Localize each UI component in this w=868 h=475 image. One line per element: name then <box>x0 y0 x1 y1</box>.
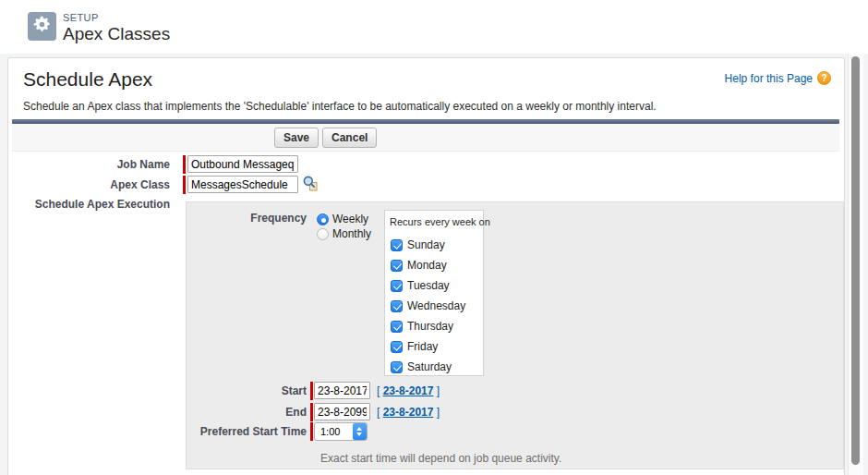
vertical-scrollbar-thumb[interactable] <box>851 56 860 465</box>
setup-object-title: Apex Classes <box>63 24 170 44</box>
schedule-apex-page: SETUP Apex Classes Schedule Apex Help fo… <box>0 0 868 475</box>
day-label: Sunday <box>407 238 445 251</box>
start-required-bar <box>310 382 313 400</box>
toolbar: Save Cancel <box>12 124 839 152</box>
day-row-sunday: Sunday <box>391 238 483 251</box>
day-label: Saturday <box>407 360 452 373</box>
cancel-button[interactable]: Cancel <box>322 128 377 148</box>
day-row-saturday: Saturday <box>391 360 483 373</box>
recurs-title: Recurs every week on <box>390 216 483 227</box>
bracket-close: ] <box>437 406 440 419</box>
vertical-scrollbar-track[interactable] <box>848 54 863 475</box>
checkbox-checked-icon[interactable] <box>391 280 403 292</box>
page-title: Schedule Apex <box>23 68 152 91</box>
magnifier-icon <box>302 180 319 194</box>
select-stepper-icon <box>353 423 367 440</box>
radio-selected-icon[interactable] <box>317 213 329 225</box>
apex-class-lookup-button[interactable] <box>301 175 319 193</box>
job-name-required-bar <box>183 155 186 174</box>
content-card: Schedule Apex Help for this Page ? Sched… <box>7 57 845 475</box>
monthly-radio-label: Monthly <box>332 227 371 240</box>
help-for-this-page[interactable]: Help for this Page ? <box>725 71 831 85</box>
day-label: Thursday <box>407 320 453 333</box>
checkbox-checked-icon[interactable] <box>391 341 403 353</box>
apex-class-required-bar <box>183 176 186 194</box>
execution-panel: Frequency Weekly Monthly Recurs every we… <box>186 201 844 469</box>
radio-unselected-icon[interactable] <box>317 228 329 240</box>
start-date-link[interactable]: 23-8-2017 <box>383 384 434 397</box>
job-name-label: Job Name <box>8 158 170 171</box>
apex-class-label: Apex Class <box>8 178 170 191</box>
preferred-start-time-select[interactable]: 1:00 <box>314 422 368 441</box>
selected-time-value: 1:00 <box>315 426 353 437</box>
start-today-link: [ 23-8-2017 ] <box>377 384 440 397</box>
bracket-open: [ <box>377 384 380 397</box>
checkbox-checked-icon[interactable] <box>391 300 403 312</box>
end-date-input[interactable] <box>314 403 370 420</box>
checkbox-checked-icon[interactable] <box>391 321 403 333</box>
checkbox-checked-icon[interactable] <box>391 239 403 251</box>
setup-eyebrow: SETUP <box>63 12 99 23</box>
bracket-close: ] <box>437 384 440 397</box>
weekly-radio-label: Weekly <box>332 213 368 225</box>
start-label: Start <box>187 384 307 397</box>
help-question-icon[interactable]: ? <box>817 71 831 85</box>
day-label: Tuesday <box>407 279 450 292</box>
frequency-option-weekly[interactable]: Weekly <box>317 213 368 225</box>
checkbox-checked-icon[interactable] <box>391 361 403 373</box>
day-row-thursday: Thursday <box>391 320 483 333</box>
job-name-input[interactable] <box>187 155 298 173</box>
apex-class-input[interactable] <box>187 176 298 193</box>
preferred-start-time-label: Preferred Start Time <box>187 425 307 438</box>
setup-header: SETUP Apex Classes <box>0 0 868 54</box>
end-date-link[interactable]: 23-8-2017 <box>383 406 434 419</box>
end-today-link: [ 23-8-2017 ] <box>377 406 440 419</box>
save-button[interactable]: Save <box>274 128 319 148</box>
day-row-friday: Friday <box>391 340 483 353</box>
day-row-monday: Monday <box>391 259 483 272</box>
day-row-tuesday: Tuesday <box>391 279 483 292</box>
checkbox-checked-icon[interactable] <box>391 260 403 272</box>
start-date-input[interactable] <box>314 382 370 399</box>
day-row-wednesday: Wednesday <box>391 299 483 312</box>
page-description: Schedule an Apex class that implements t… <box>23 100 657 113</box>
setup-icon-tile <box>28 12 56 41</box>
end-required-bar <box>310 403 313 421</box>
day-label: Wednesday <box>407 299 465 312</box>
weekly-recurrence-box: Recurs every week on Sunday Monday Tuesd… <box>384 210 484 376</box>
help-link[interactable]: Help for this Page <box>725 72 813 85</box>
frequency-label: Frequency <box>187 212 307 225</box>
queue-activity-note: Exact start time will depend on job queu… <box>320 452 561 465</box>
day-label: Friday <box>407 340 438 353</box>
end-label: End <box>187 406 307 419</box>
gear-icon <box>32 15 52 38</box>
day-label: Monday <box>407 259 447 272</box>
bracket-open: [ <box>377 406 380 419</box>
preferred-start-time-required-bar <box>310 422 313 441</box>
execution-section-label: Schedule Apex Execution <box>8 198 170 211</box>
frequency-option-monthly[interactable]: Monthly <box>317 227 371 240</box>
